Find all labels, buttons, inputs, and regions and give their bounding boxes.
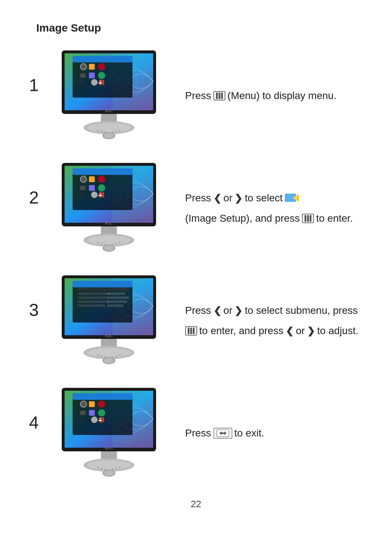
svg-marker-130 xyxy=(219,431,221,435)
svg-point-89 xyxy=(101,356,102,357)
step-row-3: 3 xyxy=(29,274,363,368)
svg-point-111 xyxy=(91,416,98,423)
svg-point-31 xyxy=(104,133,114,138)
svg-point-14 xyxy=(91,79,98,86)
svg-rect-49 xyxy=(98,195,102,196)
monitor-wrap: ✕ AOC xyxy=(54,386,163,480)
svg-rect-114 xyxy=(98,420,102,421)
instruction-text: Press❮or❯to select submenu, pressto ente… xyxy=(185,301,363,340)
instruction-1: Press(Menu) to display menu. xyxy=(167,87,363,105)
exit-button-icon xyxy=(213,428,232,439)
svg-rect-80 xyxy=(107,300,127,303)
instruction-word: or xyxy=(224,301,233,320)
monitor-wrap: ✕ AOC xyxy=(54,49,163,143)
svg-rect-81 xyxy=(78,304,105,307)
svg-rect-5 xyxy=(73,56,132,62)
svg-text:✕: ✕ xyxy=(79,417,84,423)
step-number-4: 4 xyxy=(29,413,51,454)
svg-point-63 xyxy=(104,246,114,251)
instruction-word: (Menu) to display menu. xyxy=(228,87,336,105)
instruction-word: Press xyxy=(185,424,211,442)
menu-button-icon xyxy=(302,214,314,223)
step-row-4: 4 xyxy=(29,386,363,480)
monitor-wrap: AOC xyxy=(54,274,163,368)
step-number-1: 1 xyxy=(29,75,51,117)
instruction-2: Press❮or❯to select (Image Setup), and pr… xyxy=(167,189,363,228)
svg-rect-11 xyxy=(89,73,95,78)
image-setup-icon xyxy=(285,190,301,206)
svg-point-54 xyxy=(87,235,131,245)
svg-rect-40 xyxy=(89,176,95,182)
svg-text:✕: ✕ xyxy=(79,79,84,85)
svg-text:AOC: AOC xyxy=(105,446,113,450)
svg-rect-102 xyxy=(73,393,132,400)
svg-rect-17 xyxy=(98,83,102,83)
svg-point-106 xyxy=(98,401,105,408)
instruction-word: (Image Setup), and press xyxy=(185,209,300,227)
svg-rect-133 xyxy=(222,432,224,434)
svg-text:AOC: AOC xyxy=(105,109,113,113)
page-number: 22 xyxy=(29,498,363,510)
instruction-word: Press xyxy=(185,87,211,105)
svg-rect-75 xyxy=(78,292,111,295)
svg-rect-108 xyxy=(89,410,95,416)
svg-point-12 xyxy=(98,72,105,79)
svg-rect-105 xyxy=(89,401,95,407)
chevron-left-icon: ❮ xyxy=(213,306,221,315)
svg-rect-16 xyxy=(100,81,101,84)
step-number-2: 2 xyxy=(29,188,51,229)
step-number-3: 3 xyxy=(29,300,51,342)
instruction-word: or xyxy=(224,189,233,207)
svg-rect-74 xyxy=(78,287,129,291)
svg-text:AOC: AOC xyxy=(105,221,113,225)
monitor-1: ✕ AOC xyxy=(51,49,167,143)
svg-point-125 xyxy=(115,468,117,469)
svg-marker-132 xyxy=(224,431,226,435)
svg-point-7 xyxy=(81,64,86,69)
svg-rect-107 xyxy=(80,411,86,415)
chevron-left-icon: ❮ xyxy=(213,193,221,203)
svg-rect-8 xyxy=(89,64,95,70)
instruction-word: Press xyxy=(185,301,211,320)
svg-point-104 xyxy=(81,402,86,407)
svg-point-41 xyxy=(98,176,105,183)
svg-point-128 xyxy=(104,471,114,476)
svg-point-94 xyxy=(119,354,121,356)
svg-rect-48 xyxy=(100,193,101,197)
svg-point-46 xyxy=(91,192,98,198)
svg-rect-37 xyxy=(73,168,132,175)
steps-container: 1 xyxy=(29,49,363,480)
monitor-2: ✕ AOC xyxy=(51,161,167,255)
chevron-right-icon: ❯ xyxy=(307,326,315,336)
instruction-3: Press❮or❯to select submenu, pressto ente… xyxy=(167,301,363,340)
svg-point-87 xyxy=(87,348,131,357)
svg-rect-77 xyxy=(78,296,107,299)
menu-button-icon xyxy=(213,91,225,100)
instruction-text: Press(Menu) to display menu. xyxy=(185,87,363,105)
svg-point-109 xyxy=(98,409,105,416)
svg-point-60 xyxy=(115,243,117,245)
page-title: Image Setup xyxy=(36,22,363,34)
instruction-word: to select xyxy=(245,189,282,207)
svg-point-24 xyxy=(101,131,102,132)
monitor-4: ✕ AOC xyxy=(51,386,167,480)
instruction-word: to exit. xyxy=(234,424,264,442)
instruction-4: Press to exit. xyxy=(167,424,363,442)
svg-point-121 xyxy=(101,468,102,469)
monitor-3: AOC xyxy=(51,274,167,368)
instruction-word: or xyxy=(296,322,305,340)
step-row-2: 2 xyxy=(29,161,363,255)
svg-point-120 xyxy=(97,467,99,468)
svg-rect-76 xyxy=(107,292,125,295)
svg-text:AOC: AOC xyxy=(105,334,113,338)
svg-point-28 xyxy=(115,131,117,132)
instruction-word: to adjust. xyxy=(317,322,359,340)
chevron-left-icon: ❮ xyxy=(286,326,294,336)
svg-point-88 xyxy=(97,354,99,356)
instruction-text: Press to exit. xyxy=(185,424,363,442)
chevron-right-icon: ❯ xyxy=(234,193,242,203)
step-row-1: 1 xyxy=(29,49,363,143)
svg-point-61 xyxy=(119,242,121,243)
svg-point-55 xyxy=(97,242,99,243)
svg-point-93 xyxy=(115,356,117,357)
